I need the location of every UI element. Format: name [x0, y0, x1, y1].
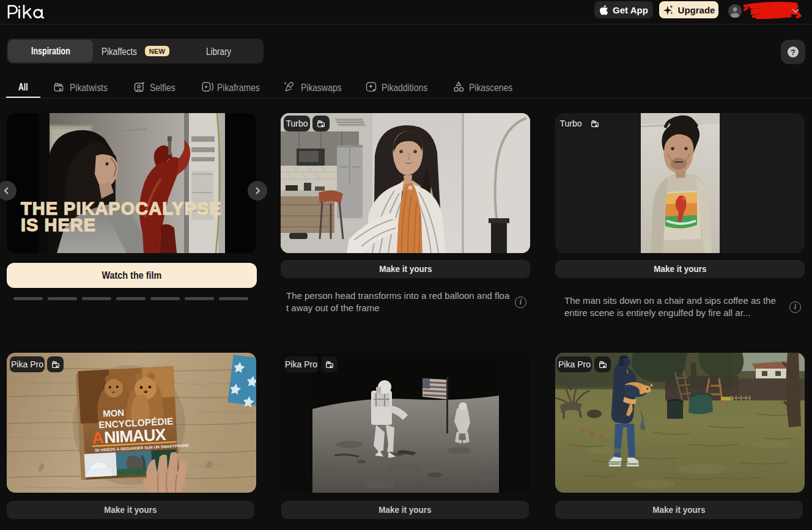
svg-text:MON: MON: [103, 407, 125, 419]
svg-text:A: A: [91, 429, 104, 447]
